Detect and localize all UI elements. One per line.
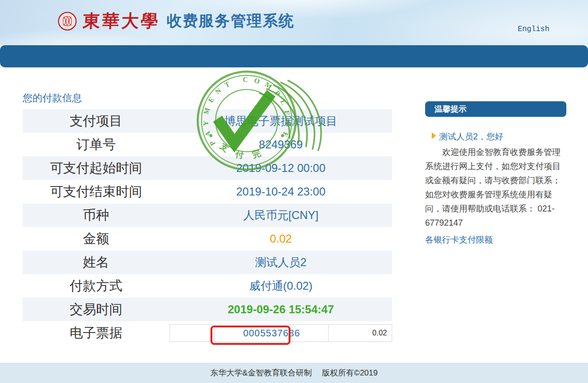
ebill-amount: 0.02 xyxy=(328,325,392,342)
payment-info-table: 支付项目 博思电子票据测试项目 订单号 8249369 可支付起始时间 2019… xyxy=(23,109,392,345)
row-label: 可支付起始时间 xyxy=(23,159,169,177)
copyright-text: 东华大学&金智教育联合研制 版权所有©2019 xyxy=(210,368,378,377)
greeting-row: 测试人员2，您好 xyxy=(425,131,566,142)
header-banner: 東華大學 收费服务管理系统 English xyxy=(0,0,588,45)
university-seal-icon xyxy=(57,11,77,31)
tips-title: 温馨提示 xyxy=(425,101,566,117)
row-amount: 金额 0.02 xyxy=(23,227,392,251)
brand: 東華大學 收费服务管理系统 xyxy=(57,8,295,35)
row-start-time: 可支付起始时间 2019-09-12 00:00 xyxy=(23,156,392,180)
row-label: 电子票据 xyxy=(23,324,169,342)
row-value: 威付通(0.02) xyxy=(169,278,392,293)
row-order-no: 订单号 8249369 xyxy=(23,133,392,156)
row-payer-name: 姓名 测试人员2 xyxy=(23,251,392,274)
arrow-right-icon xyxy=(432,132,436,139)
payment-section-title: 您的付款信息 xyxy=(23,91,82,105)
row-label: 金额 xyxy=(23,230,169,248)
row-value: 测试人员2 xyxy=(169,255,392,270)
tips-message: 欢迎使用金智教育收费服务管理系统进行网上支付，如您对支付项目或金额有疑问，请与收… xyxy=(425,145,564,230)
greeting-text: 测试人员2，您好 xyxy=(439,132,503,141)
row-label: 订单号 xyxy=(23,136,169,154)
row-value: 2019-09-12 00:00 xyxy=(169,162,392,175)
row-label: 姓名 xyxy=(23,253,169,271)
ebill-area: 0005537686 0.02 xyxy=(169,324,392,342)
row-pay-item: 支付项目 博思电子票据测试项目 xyxy=(23,109,392,133)
university-name: 東華大學 xyxy=(82,9,161,33)
row-label: 可支付结束时间 xyxy=(23,183,169,201)
tips-sidebar: 温馨提示 测试人员2，您好 欢迎使用金智教育收费服务管理系统进行网上支付，如您对… xyxy=(425,101,566,245)
row-value: 8249369 xyxy=(169,138,392,151)
row-value: 2019-10-24 23:00 xyxy=(169,185,392,198)
row-value: 博思电子票据测试项目 xyxy=(169,114,392,129)
row-label: 交易时间 xyxy=(23,301,169,318)
amount-value: 0.02 xyxy=(169,232,392,245)
row-label: 付款方式 xyxy=(23,277,169,295)
trade-time-value: 2019-09-26 15:54:47 xyxy=(169,303,392,316)
ebill-empty-cell xyxy=(170,325,215,342)
row-trade-time: 交易时间 2019-09-26 15:54:47 xyxy=(23,298,392,321)
ebill-number-link[interactable]: 0005537686 xyxy=(215,325,328,342)
system-title: 收费服务管理系统 xyxy=(167,11,295,32)
navbar xyxy=(0,45,588,67)
row-currency: 币种 人民币元[CNY] xyxy=(23,204,392,227)
row-value: 人民币元[CNY] xyxy=(169,208,392,223)
row-end-time: 可支付结束时间 2019-10-24 23:00 xyxy=(23,180,392,204)
ebill-inner-table: 0005537686 0.02 xyxy=(169,324,392,342)
row-pay-method: 付款方式 威付通(0.02) xyxy=(23,274,392,298)
bank-card-limit-link[interactable]: 各银行卡支付限额 xyxy=(425,234,493,245)
row-label: 支付项目 xyxy=(23,112,169,130)
footer: 东华大学&金智教育联合研制 版权所有©2019 xyxy=(0,363,588,383)
row-label: 币种 xyxy=(23,206,169,224)
row-ebill: 电子票据 0005537686 0.02 xyxy=(23,321,392,345)
language-switch-link[interactable]: English xyxy=(518,25,549,33)
